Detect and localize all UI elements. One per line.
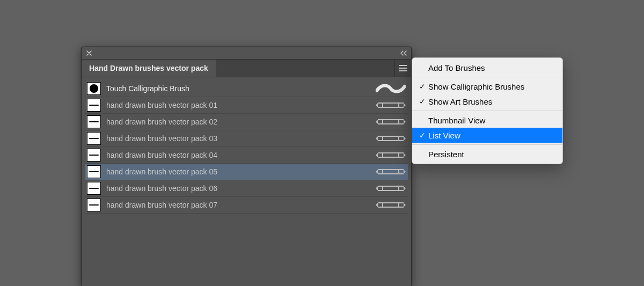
brush-row[interactable]: hand drawn brush vector pack 07 bbox=[85, 197, 408, 214]
svg-rect-12 bbox=[382, 203, 383, 207]
brush-preview-banner-icon bbox=[376, 116, 406, 127]
brush-label: Touch Calligraphic Brush bbox=[106, 84, 370, 93]
hamburger-icon bbox=[399, 65, 407, 71]
panel-flyout-menu: Add To Brushes✓Show Calligraphic Brushes… bbox=[412, 57, 563, 164]
brush-preview-banner-icon bbox=[376, 150, 406, 160]
panel-menu-button[interactable] bbox=[394, 60, 411, 77]
svg-rect-11 bbox=[398, 186, 399, 190]
menu-item-label: Thumbnail View bbox=[428, 116, 555, 125]
menu-item[interactable]: Thumbnail View bbox=[412, 113, 562, 128]
brushes-panel: Hand Drawn brushes vector pack Touch Cal… bbox=[81, 47, 412, 286]
brush-thumbnail-icon bbox=[87, 165, 101, 178]
menu-item-label: List View bbox=[428, 131, 555, 140]
brush-preview-banner-icon bbox=[376, 100, 406, 111]
brush-thumbnail-icon bbox=[87, 182, 101, 195]
svg-rect-7 bbox=[398, 153, 399, 157]
brush-row[interactable]: Touch Calligraphic Brush bbox=[85, 80, 408, 97]
brush-row[interactable]: hand drawn brush vector pack 04 bbox=[85, 147, 408, 164]
svg-rect-13 bbox=[398, 203, 399, 207]
brush-preview bbox=[376, 150, 406, 160]
menu-separator bbox=[412, 111, 562, 111]
menu-item[interactable]: Add To Brushes bbox=[412, 60, 562, 75]
panel-tab[interactable]: Hand Drawn brushes vector pack bbox=[82, 60, 216, 77]
menu-item-label: Show Calligraphic Brushes bbox=[428, 82, 555, 91]
menu-item-label: Show Art Brushes bbox=[428, 97, 555, 106]
svg-rect-6 bbox=[382, 153, 383, 157]
brush-preview-wave-icon bbox=[376, 83, 406, 94]
check-icon: ✓ bbox=[418, 131, 427, 139]
menu-separator bbox=[412, 144, 562, 145]
brush-preview bbox=[376, 83, 406, 94]
brush-thumbnail-icon bbox=[87, 99, 101, 112]
menu-item-label: Add To Brushes bbox=[428, 63, 555, 72]
check-icon: ✓ bbox=[418, 83, 427, 90]
brush-row[interactable]: hand drawn brush vector pack 03 bbox=[85, 130, 408, 147]
menu-separator bbox=[412, 77, 562, 77]
brush-preview-banner-icon bbox=[376, 183, 406, 194]
brush-label: hand drawn brush vector pack 07 bbox=[106, 201, 370, 209]
brush-preview bbox=[376, 100, 406, 111]
menu-item[interactable]: ✓List View bbox=[412, 128, 562, 143]
menu-item-label: Persistent bbox=[428, 150, 555, 159]
svg-rect-2 bbox=[382, 120, 383, 124]
brush-row[interactable]: hand drawn brush vector pack 06 bbox=[85, 180, 408, 197]
svg-rect-5 bbox=[398, 136, 399, 141]
panel-titlebar bbox=[82, 47, 411, 60]
close-icon bbox=[86, 50, 92, 56]
brush-preview-banner-icon bbox=[376, 200, 406, 210]
panel-title: Hand Drawn brushes vector pack bbox=[89, 64, 208, 72]
brush-preview bbox=[376, 166, 406, 177]
close-button[interactable] bbox=[84, 48, 94, 58]
svg-rect-3 bbox=[398, 120, 399, 124]
brush-label: hand drawn brush vector pack 05 bbox=[106, 167, 370, 176]
menu-item[interactable]: Persistent bbox=[412, 146, 562, 162]
check-icon: ✓ bbox=[418, 98, 427, 105]
svg-rect-10 bbox=[382, 186, 383, 190]
tabrow-spacer bbox=[216, 60, 394, 77]
brush-preview bbox=[376, 183, 406, 194]
svg-rect-8 bbox=[382, 170, 383, 174]
brush-preview bbox=[376, 200, 406, 210]
svg-rect-9 bbox=[398, 170, 399, 174]
collapse-icon bbox=[400, 50, 407, 56]
brush-preview-banner-icon bbox=[376, 133, 406, 144]
brush-list: Touch Calligraphic Brushhand drawn brush… bbox=[82, 77, 411, 286]
brush-thumbnail-icon bbox=[87, 149, 101, 162]
brush-thumbnail-icon bbox=[87, 132, 101, 145]
brush-label: hand drawn brush vector pack 06 bbox=[106, 184, 370, 193]
collapse-button[interactable] bbox=[398, 48, 409, 58]
brush-label: hand drawn brush vector pack 04 bbox=[106, 151, 370, 159]
brush-thumbnail-icon bbox=[87, 82, 101, 95]
brush-row[interactable]: hand drawn brush vector pack 05 bbox=[85, 164, 408, 180]
brush-label: hand drawn brush vector pack 03 bbox=[106, 134, 370, 143]
brush-label: hand drawn brush vector pack 02 bbox=[106, 118, 370, 126]
brush-row[interactable]: hand drawn brush vector pack 02 bbox=[85, 114, 408, 130]
brush-preview bbox=[376, 133, 406, 144]
brush-preview bbox=[376, 116, 406, 127]
brush-preview-banner-icon bbox=[376, 166, 406, 177]
menu-item[interactable]: ✓Show Calligraphic Brushes bbox=[412, 79, 562, 94]
brush-thumbnail-icon bbox=[87, 199, 101, 211]
brush-row[interactable]: hand drawn brush vector pack 01 bbox=[85, 97, 408, 114]
brush-thumbnail-icon bbox=[87, 115, 101, 128]
brush-label: hand drawn brush vector pack 01 bbox=[106, 101, 370, 109]
svg-rect-1 bbox=[398, 103, 399, 107]
menu-item[interactable]: ✓Show Art Brushes bbox=[412, 94, 562, 109]
svg-rect-4 bbox=[382, 136, 383, 141]
panel-tabrow: Hand Drawn brushes vector pack bbox=[82, 60, 411, 77]
svg-rect-0 bbox=[382, 103, 383, 107]
